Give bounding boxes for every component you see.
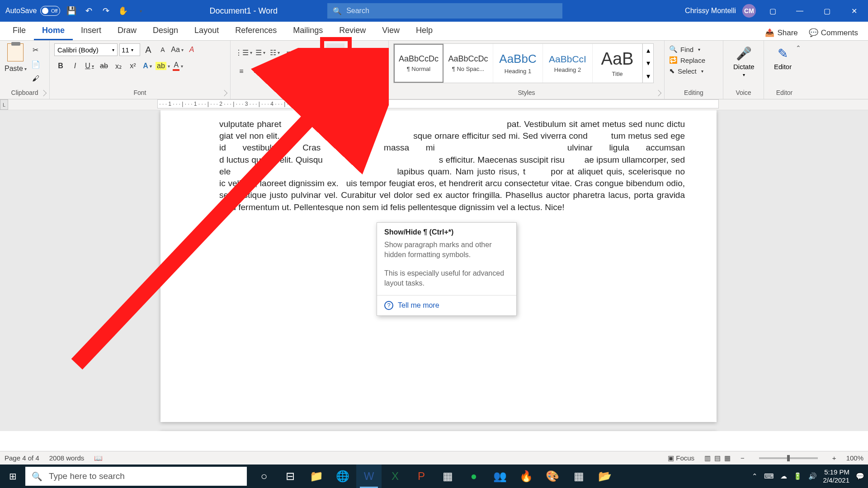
font-color-icon[interactable]: A <box>172 60 184 72</box>
zoom-in-icon[interactable]: + <box>832 454 836 462</box>
zoom-out-icon[interactable]: − <box>741 454 745 462</box>
styles-more-icon[interactable]: ▴▾▾ <box>642 44 653 83</box>
paste-button[interactable]: Paste <box>5 62 27 75</box>
tab-view[interactable]: View <box>374 21 408 40</box>
ribbon-display-icon[interactable]: ▢ <box>762 2 783 20</box>
paint-icon[interactable]: 🎨 <box>540 465 565 488</box>
print-layout-icon[interactable]: ▤ <box>714 454 721 462</box>
justify-icon[interactable]: ≡ <box>278 65 291 78</box>
styles-gallery[interactable]: AaBbCcDc ¶ Normal AaBbCcDc ¶ No Spac... … <box>393 43 654 83</box>
font-name-select[interactable]: Calibri (Body)▾ <box>54 43 118 56</box>
tell-me-more-link[interactable]: ? Tell me more <box>377 296 516 315</box>
font-size-select[interactable]: 11▾ <box>119 43 140 56</box>
tab-help[interactable]: Help <box>408 21 441 40</box>
zoom-slider[interactable] <box>759 457 818 459</box>
app2-icon[interactable]: ▦ <box>566 465 591 488</box>
align-left-icon[interactable]: ≡ <box>235 65 248 78</box>
multilevel-icon[interactable]: ☷ <box>269 46 281 59</box>
change-case-icon[interactable]: Aa <box>171 43 184 56</box>
read-mode-icon[interactable]: ▥ <box>704 454 711 462</box>
strikethrough-button[interactable]: ab <box>98 60 110 72</box>
share-button[interactable]: 📤Share <box>760 25 803 40</box>
teams-icon[interactable]: 👥 <box>487 465 513 488</box>
align-right-icon[interactable]: ≡ <box>264 65 277 78</box>
task-view-icon[interactable]: ⊟ <box>278 465 303 488</box>
tray-keyboard-icon[interactable]: ⌨ <box>764 472 774 480</box>
horizontal-ruler[interactable]: · · · 1 · · · | · · · 1 · · · | · · · 2 … <box>157 99 719 108</box>
style-title[interactable]: AaB Title <box>593 44 642 83</box>
explorer-icon[interactable]: 📂 <box>592 465 618 488</box>
tab-home[interactable]: Home <box>34 21 73 40</box>
tab-review[interactable]: Review <box>331 21 374 40</box>
minimize-icon[interactable]: — <box>789 2 810 20</box>
autosave-toggle[interactable]: AutoSave Off <box>5 6 60 16</box>
clear-format-icon[interactable]: A <box>185 43 198 56</box>
focus-mode-button[interactable]: ▣ Focus <box>668 454 694 462</box>
numbering-icon[interactable]: ☰ <box>254 46 267 59</box>
select-button[interactable]: ⬉Select▾ <box>669 67 705 75</box>
redo-icon[interactable]: ↷ <box>100 5 112 17</box>
zoom-level[interactable]: 100% <box>846 454 863 462</box>
tab-mailings[interactable]: Mailings <box>285 21 331 40</box>
word-icon[interactable]: W <box>356 465 382 488</box>
underline-button[interactable]: U <box>83 60 96 72</box>
tab-design[interactable]: Design <box>145 21 186 40</box>
web-layout-icon[interactable]: ▦ <box>724 454 731 462</box>
spellcheck-icon[interactable]: 📖 <box>94 454 103 462</box>
document-text[interactable]: vulputate pharet dunt. Integer pat. Vest… <box>219 118 685 213</box>
subscript-button[interactable]: x₂ <box>112 60 125 72</box>
replace-button[interactable]: 🔁Replace <box>669 56 705 64</box>
shading-icon[interactable]: 🪣 <box>307 65 320 78</box>
maximize-icon[interactable]: ▢ <box>816 2 837 20</box>
chrome-icon[interactable]: 🌐 <box>330 465 355 488</box>
comments-button[interactable]: 💬Comments <box>803 25 863 40</box>
line-spacing-icon[interactable]: ↕ <box>293 65 306 78</box>
qat-customize-icon[interactable] <box>134 5 146 17</box>
dictate-button[interactable]: 🎤 Dictate ▾ <box>728 43 760 80</box>
save-icon[interactable]: 💾 <box>66 5 77 17</box>
app-icon[interactable]: 🔥 <box>514 465 539 488</box>
sort-icon[interactable]: A↓ <box>312 46 325 59</box>
italic-button[interactable]: I <box>69 60 81 72</box>
user-avatar[interactable]: CM <box>742 4 756 18</box>
tray-battery-icon[interactable]: 🔋 <box>793 472 802 480</box>
shrink-font-icon[interactable]: A <box>156 43 169 56</box>
paste-icon[interactable] <box>7 43 24 61</box>
tray-onedrive-icon[interactable]: ☁ <box>780 472 787 480</box>
text-effects-icon[interactable]: A <box>141 60 154 72</box>
spotify-icon[interactable]: ● <box>461 465 486 488</box>
tab-file[interactable]: File <box>5 21 34 40</box>
notifications-icon[interactable]: 💬 <box>856 472 864 480</box>
file-explorer-icon[interactable]: 📁 <box>304 465 329 488</box>
tab-selector[interactable]: L <box>0 99 8 110</box>
editor-button[interactable]: ✎ Editor <box>769 43 797 73</box>
style-heading2[interactable]: AaBbCcI Heading 2 <box>543 44 593 83</box>
bullets-icon[interactable]: ⋮☰ <box>235 46 252 59</box>
find-button[interactable]: 🔍Find▾ <box>669 45 705 53</box>
cut-icon[interactable]: ✂ <box>29 43 42 56</box>
collapse-ribbon-icon[interactable]: ⌃ <box>796 44 801 52</box>
bold-button[interactable]: B <box>54 60 67 72</box>
tab-references[interactable]: References <box>227 21 285 40</box>
taskbar-search[interactable]: 🔍 Type here to search <box>25 467 247 486</box>
tray-volume-icon[interactable]: 🔊 <box>808 472 817 480</box>
style-normal[interactable]: AaBbCcDc ¶ Normal <box>394 44 443 83</box>
format-painter-icon[interactable]: 🖌 <box>29 72 42 85</box>
tab-layout[interactable]: Layout <box>186 21 227 40</box>
powerpoint-icon[interactable]: P <box>409 465 434 488</box>
copy-icon[interactable]: 📄 <box>29 58 42 70</box>
touch-mode-icon[interactable]: ✋ <box>117 5 129 17</box>
align-center-icon[interactable]: ≡ <box>250 65 262 78</box>
close-icon[interactable]: ✕ <box>844 2 864 20</box>
grow-font-icon[interactable]: A <box>142 43 155 56</box>
tray-chevron-icon[interactable]: ⌃ <box>752 472 758 480</box>
document-area[interactable]: vulputate pharet dunt. Integer pat. Vest… <box>0 110 868 431</box>
highlight-icon[interactable]: ab <box>156 60 170 72</box>
user-name[interactable]: Chrissy Montelli <box>685 7 736 15</box>
undo-icon[interactable]: ↶ <box>83 5 94 17</box>
calendar-icon[interactable]: ▦ <box>435 465 460 488</box>
excel-icon[interactable]: X <box>382 465 408 488</box>
page-status[interactable]: Page 4 of 4 <box>5 454 39 462</box>
tab-draw[interactable]: Draw <box>109 21 145 40</box>
decrease-indent-icon[interactable]: ⇤ <box>283 46 296 59</box>
